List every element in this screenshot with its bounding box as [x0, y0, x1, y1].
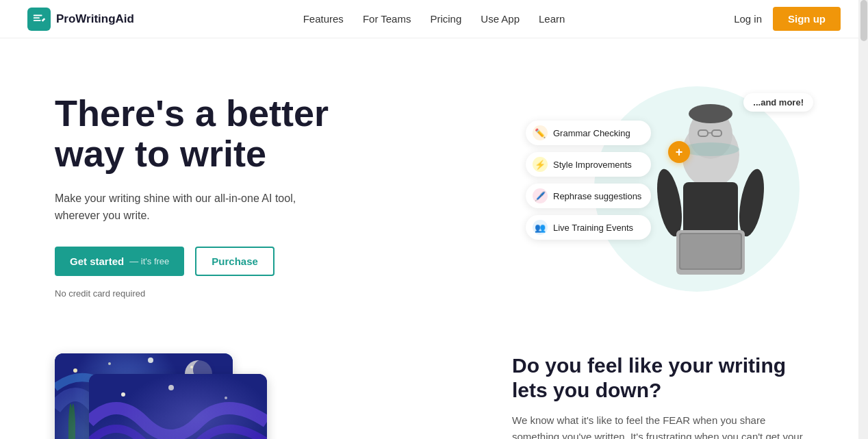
login-button[interactable]: Log in — [734, 13, 762, 25]
navbar: ProWritingAid Features For Teams Pricing… — [0, 0, 868, 38]
section2-title: Do you feel like your writing lets you d… — [512, 353, 813, 403]
nav-pricing[interactable]: Pricing — [430, 13, 461, 25]
hero-illustration: ...and more! + ✏️ Grammar Checking ⚡ Sty… — [526, 79, 813, 312]
scrollbar-thumb[interactable] — [860, 0, 867, 41]
logo-icon — [27, 8, 51, 31]
logo-text: ProWritingAid — [56, 12, 134, 26]
feature-pills: ✏️ Grammar Checking ⚡ Style Improvements… — [526, 121, 651, 240]
get-started-button[interactable]: Get started — it's free — [55, 247, 184, 276]
svg-point-15 — [682, 142, 739, 156]
svg-point-17 — [73, 368, 77, 373]
purchase-button[interactable]: Purchase — [195, 247, 275, 276]
logo-svg — [31, 12, 47, 27]
section2-illustration: My idea in my head — [55, 353, 342, 439]
svg-rect-0 — [34, 14, 42, 16]
training-icon: 👥 — [533, 220, 548, 235]
svg-point-30 — [168, 385, 174, 390]
pill-style: ⚡ Style Improvements — [526, 152, 651, 177]
hero-person-image — [628, 93, 793, 312]
logo[interactable]: ProWritingAid — [27, 8, 134, 31]
pill-rephrase: 🖊️ Rephrase suggestions — [526, 184, 651, 208]
nav-actions: Log in Sign up — [734, 7, 841, 31]
nav-features[interactable]: Features — [303, 13, 344, 25]
hero-section: There's a better way to write Make your … — [0, 38, 868, 340]
svg-point-8 — [689, 104, 732, 123]
svg-point-19 — [148, 358, 153, 363]
hero-subtitle: Make your writing shine with our all-in-… — [55, 190, 329, 225]
style-icon: ⚡ — [533, 157, 548, 172]
grammar-icon: ✏️ — [533, 125, 548, 140]
nav-learn[interactable]: Learn — [539, 13, 565, 25]
svg-point-10 — [653, 167, 687, 238]
nav-use-app[interactable]: Use App — [481, 13, 520, 25]
pill-grammar: ✏️ Grammar Checking — [526, 121, 651, 145]
svg-point-11 — [735, 167, 769, 238]
svg-rect-14 — [680, 234, 741, 268]
more-bubble: ...and more! — [743, 93, 813, 112]
pill-training: 👥 Live Training Events — [526, 215, 651, 240]
svg-point-18 — [108, 362, 111, 365]
section2-right: Do you feel like your writing lets you d… — [471, 353, 813, 439]
rephrase-icon: 🖊️ — [533, 188, 548, 203]
card-overlay-svg — [89, 374, 267, 439]
person-svg — [628, 93, 793, 312]
signup-button[interactable]: Sign up — [773, 7, 841, 31]
no-cc-note: No credit card required — [55, 288, 329, 299]
scrollbar-track[interactable] — [858, 0, 868, 439]
nav-for-teams[interactable]: For Teams — [363, 13, 411, 25]
svg-rect-2 — [34, 19, 41, 21]
svg-rect-28 — [89, 374, 267, 439]
section2-text: We know what it's like to feel the FEAR … — [512, 412, 813, 439]
card-overlay — [89, 374, 267, 439]
hero-left: There's a better way to write Make your … — [55, 93, 329, 299]
hero-buttons: Get started — it's free Purchase — [55, 247, 329, 276]
svg-rect-1 — [34, 17, 40, 18]
section2: My idea in my head Do you feel like your… — [0, 340, 868, 439]
nav-links: Features For Teams Pricing Use App Learn — [303, 13, 565, 25]
svg-point-31 — [225, 397, 227, 399]
svg-point-20 — [190, 366, 193, 368]
hero-title: There's a better way to write — [55, 93, 329, 175]
plus-badge: + — [668, 141, 690, 163]
svg-point-29 — [121, 392, 125, 397]
